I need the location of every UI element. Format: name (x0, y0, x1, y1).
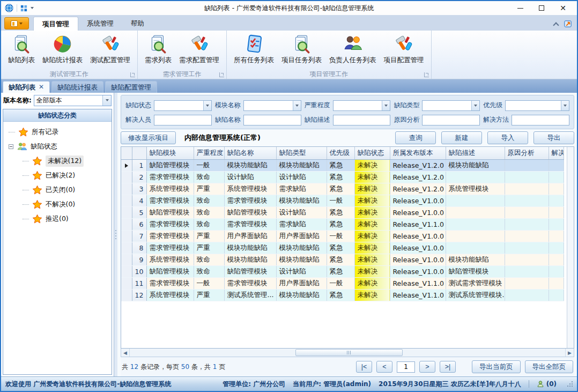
grid-cell[interactable]: 致命 (194, 206, 224, 218)
grid-cell[interactable] (505, 242, 549, 254)
combo-dropdown-button[interactable] (561, 101, 569, 110)
grid-cell[interactable] (505, 230, 549, 242)
tree-item-6[interactable]: 推迟(0) (9, 212, 112, 226)
combo-dropdown-button[interactable] (102, 95, 111, 106)
grid-cell[interactable]: Release_V1.2.0 (390, 159, 446, 171)
grid-cell[interactable]: Release_V1.2.0 (390, 183, 446, 195)
ribbon-tab-2[interactable]: 帮助 (122, 17, 153, 31)
import-button[interactable]: 导入 (487, 131, 528, 144)
grid-cell[interactable]: 一般 (327, 277, 354, 289)
grid-cell[interactable]: 未解决 (354, 206, 390, 218)
tree-item-5[interactable]: 不解决(0) (9, 197, 112, 212)
grid-cell[interactable] (505, 195, 549, 206)
tree-item-2[interactable]: 未解决(12) (9, 154, 112, 168)
filter-text-field[interactable] (334, 101, 382, 110)
grid-cell[interactable]: Release_V1.0.0 (390, 242, 446, 254)
grid-cell[interactable] (549, 195, 564, 206)
pager-first-button[interactable]: |< (356, 361, 372, 373)
grid-cell[interactable]: 未解决 (354, 277, 390, 289)
ribbon-button-2-0[interactable]: 所有任务列表 (230, 32, 278, 65)
table-row-5[interactable]: 5缺陷管理模块致命缺陷管理模块设计缺陷紧急未解决Release_V1.0.0 (121, 206, 564, 218)
grid-cell[interactable] (549, 230, 564, 242)
grid-cell[interactable]: 模块功能缺陷 (276, 159, 327, 171)
filter-text-field[interactable] (244, 101, 293, 110)
table-row-6[interactable]: 6需求管理模块致命需求管理模块需求缺陷紧急未解决Release_V1.1.0 (121, 218, 564, 230)
grid-cell[interactable] (446, 195, 505, 206)
grid-cell[interactable]: 缺陷管理模块 (146, 159, 194, 171)
grid-cell[interactable]: Release_V1.0.0 (390, 206, 446, 218)
table-row-7[interactable]: 7需求管理模块严重用户界面缺陷用户界面缺陷一般未解决Release_V1.0.0 (121, 230, 564, 242)
grid-cell[interactable]: 需求缺陷 (276, 183, 327, 195)
grid-cell[interactable]: 未解决 (354, 242, 390, 254)
grid-cell[interactable] (549, 254, 564, 265)
filter-input[interactable] (422, 115, 480, 125)
grid-cell[interactable]: 测试需求管理模块 (446, 277, 505, 289)
grid-cell[interactable]: 未解决 (354, 171, 390, 183)
customize-toolbar-icon[interactable] (20, 4, 28, 12)
grid-cell[interactable]: 未解决 (354, 218, 390, 230)
filter-input[interactable] (512, 115, 569, 125)
grid-cell[interactable]: 需求管理模块 (146, 277, 194, 289)
grid-cell[interactable]: 未解决 (354, 265, 390, 277)
ribbon-tab-1[interactable]: 系统管理 (78, 17, 122, 31)
ribbon-button-2-3[interactable]: 项目配置管理 (380, 32, 428, 65)
filter-text-field[interactable] (423, 115, 479, 125)
export-all-pages-button[interactable]: 导出全部页 (525, 360, 574, 373)
grid-cell[interactable]: 紧急 (327, 183, 354, 195)
grid-cell[interactable]: 测试系统管理模块... (446, 289, 505, 301)
grid-cell[interactable]: 未解决 (354, 159, 390, 171)
filter-dropdown[interactable] (154, 100, 212, 111)
grid-cell[interactable]: 未解决 (354, 254, 390, 265)
combo-dropdown-button[interactable] (382, 101, 390, 110)
grid-cell[interactable] (549, 265, 564, 277)
table-row-3[interactable]: 3系统管理模块严重系统管理模块需求缺陷紧急未解决Release_V1.2.0系统… (121, 183, 564, 195)
grid-cell[interactable] (505, 183, 549, 195)
filter-text-field[interactable] (154, 101, 203, 110)
grid-cell[interactable] (446, 206, 505, 218)
grid-cell[interactable]: 用户界面缺陷 (276, 230, 327, 242)
grid-cell[interactable] (446, 242, 505, 254)
grid-cell[interactable]: 需求管理模块 (224, 218, 276, 230)
grid-cell[interactable]: Release_V1.0.0 (390, 230, 446, 242)
filter-input[interactable] (333, 115, 391, 125)
filter-text-field[interactable] (334, 115, 390, 125)
grid-cell[interactable]: 缺陷管理模块 (446, 265, 505, 277)
combo-dropdown-button[interactable] (471, 101, 479, 110)
vertical-scrollbar[interactable] (567, 147, 574, 348)
app-globe-icon[interactable] (4, 3, 14, 13)
grid-cell[interactable]: Release_V1.2.0 (390, 171, 446, 183)
query-button[interactable]: 查询 (395, 131, 436, 144)
grid-cell[interactable]: 模块功能缺陷 (224, 254, 276, 265)
document-tab-0[interactable]: 缺陷列表✕ (3, 81, 50, 93)
scroll-left-icon[interactable]: ◀ (121, 349, 130, 357)
column-header-5[interactable]: 缺陷状态 (354, 147, 390, 159)
grid-cell[interactable]: 模块功能缺陷 (276, 254, 327, 265)
grid-cell[interactable] (505, 254, 549, 265)
version-combobox[interactable]: 全部版本 (34, 95, 112, 106)
filter-input[interactable] (243, 115, 301, 125)
grid-cell[interactable] (505, 206, 549, 218)
filter-text-field[interactable] (423, 101, 471, 110)
grid-cell[interactable] (505, 218, 549, 230)
dialog-launcher-icon[interactable] (219, 72, 224, 77)
horizontal-scrollbar[interactable]: ◀ ▶ (121, 349, 574, 357)
column-header-2[interactable]: 缺陷名称 (224, 147, 276, 159)
grid-cell[interactable]: 紧急 (327, 159, 354, 171)
filter-text-field[interactable] (244, 115, 301, 125)
grid-cell[interactable]: 模块功能缺陷 (276, 289, 327, 301)
filter-text-field[interactable] (506, 101, 561, 110)
grid-cell[interactable]: 严重 (194, 230, 224, 242)
grid-cell[interactable]: 致命 (194, 265, 224, 277)
grid-cell[interactable] (549, 242, 564, 254)
grid-cell[interactable]: 缺陷管理模块 (224, 265, 276, 277)
scroll-right-icon[interactable]: ▶ (565, 349, 574, 357)
grid-cell[interactable]: 系统管理模块 (446, 183, 505, 195)
grid-cell[interactable]: 需求管理模块 (224, 277, 276, 289)
table-row-4[interactable]: 4需求管理模块致命需求管理模块模块功能缺陷一般未解决Release_V1.0.0 (121, 195, 564, 206)
tree-expander-icon[interactable] (9, 144, 13, 149)
grid-cell[interactable]: 未解决 (354, 230, 390, 242)
grid-cell[interactable]: 用户界面缺陷 (276, 277, 327, 289)
grid-cell[interactable]: 模块功能缺陷 (276, 242, 327, 254)
ribbon-button-1-1[interactable]: 需求配置管理 (175, 32, 223, 65)
tree-item-4[interactable]: 已关闭(0) (9, 183, 112, 197)
